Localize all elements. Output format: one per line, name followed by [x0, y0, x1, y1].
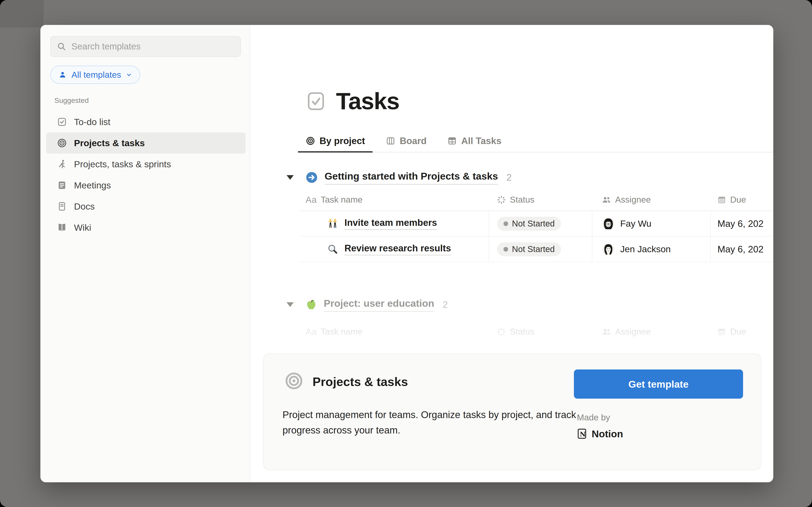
- maker-name: Notion: [592, 428, 623, 440]
- status-badge: Not Started: [497, 242, 561, 256]
- assignee-cell: Fay Wu: [592, 211, 710, 236]
- group-toggle-icon[interactable]: [287, 302, 294, 307]
- column-label: Task name: [320, 195, 362, 205]
- assignee-cell: Jen Jackson: [592, 237, 710, 262]
- status-spinner-icon: [497, 327, 506, 337]
- due-cell: May 6, 202: [710, 211, 773, 236]
- maker-row: N Notion: [576, 428, 623, 440]
- assignee-name: Fay Wu: [620, 218, 651, 229]
- column-header-task-name[interactable]: Aa Task name: [299, 189, 489, 211]
- page-header: Tasks: [306, 88, 399, 115]
- sidebar-item-label: Meetings: [74, 180, 111, 190]
- runner-icon: [57, 159, 67, 169]
- todo-checkbox-icon: [57, 117, 67, 127]
- tab-all-tasks[interactable]: All Tasks: [440, 129, 509, 153]
- column-label: Assignee: [615, 327, 651, 337]
- template-sidebar: All templates Suggested To-: [40, 25, 250, 482]
- column-label: Status: [510, 327, 535, 337]
- arrow-circle-icon: [305, 171, 318, 184]
- table-row: Review research results Not Started: [299, 237, 773, 262]
- status-dot: [504, 247, 508, 251]
- view-tabs: By project Board: [298, 129, 509, 153]
- column-header-due: Due: [710, 321, 773, 343]
- due-date: May 6, 202: [717, 218, 764, 229]
- tab-label: All Tasks: [461, 135, 501, 146]
- column-header-task-name: Aa Task name: [299, 321, 489, 343]
- status-badge: Not Started: [497, 217, 561, 231]
- people-icon: [602, 195, 611, 205]
- page-title: Tasks: [336, 88, 399, 115]
- tab-board[interactable]: Board: [378, 129, 434, 153]
- notion-logo-icon: N: [576, 428, 588, 440]
- table-icon: [447, 136, 457, 146]
- column-label: Due: [730, 327, 746, 337]
- group-title-link[interactable]: Project: user education: [324, 297, 434, 312]
- status-dot: [504, 221, 508, 226]
- board-icon: [386, 136, 395, 146]
- status-cell: Not Started: [489, 237, 592, 262]
- card-title: Projects & tasks: [312, 375, 408, 389]
- column-label: Task name: [320, 327, 362, 337]
- sidebar-item-wiki[interactable]: Wiki: [46, 217, 246, 238]
- target-icon: [285, 372, 303, 390]
- template-preview-pane: Tasks By project: [250, 25, 773, 482]
- column-label: Due: [730, 195, 746, 205]
- column-label: Status: [510, 195, 535, 205]
- tab-label: By project: [319, 135, 365, 146]
- page-checkbox-icon: [306, 91, 326, 112]
- target-icon: [57, 138, 67, 148]
- document-icon: [57, 201, 67, 212]
- dancers-emoji-icon: [327, 218, 339, 229]
- dimmed-background: All templates Suggested To-: [0, 0, 812, 507]
- column-header-assignee[interactable]: Assignee: [592, 189, 710, 211]
- tab-label: Board: [400, 135, 426, 146]
- chevron-down-icon: [126, 72, 132, 78]
- column-header-due[interactable]: Due: [710, 189, 773, 211]
- search-input[interactable]: [71, 41, 235, 52]
- meeting-note-icon: [57, 180, 67, 190]
- sidebar-item-label: Wiki: [74, 222, 91, 233]
- sidebar-item-label: Projects & tasks: [74, 138, 145, 148]
- sidebar-item-label: Docs: [74, 201, 95, 212]
- task-name-link[interactable]: Review research results: [345, 243, 451, 256]
- sidebar-item-todo-list[interactable]: To-do list: [46, 111, 246, 132]
- people-icon: [602, 327, 611, 337]
- due-cell: May 6, 202: [710, 237, 773, 262]
- table-row: Invite team members Not Started: [299, 211, 773, 237]
- template-promo-card: Projects & tasks Project management for …: [263, 353, 761, 470]
- group-count: 2: [443, 299, 448, 310]
- tab-by-project[interactable]: By project: [298, 129, 372, 153]
- column-header-status[interactable]: Status: [489, 189, 592, 211]
- search-box[interactable]: [50, 36, 241, 57]
- get-template-button[interactable]: Get template: [574, 370, 743, 399]
- template-gallery-modal: All templates Suggested To-: [40, 25, 773, 482]
- group-header-user-education: Project: user education 2: [287, 297, 448, 312]
- text-type-icon: Aa: [306, 195, 317, 205]
- calendar-icon: [717, 195, 726, 205]
- group-toggle-icon[interactable]: [287, 175, 294, 180]
- status-spinner-icon: [497, 195, 506, 205]
- sidebar-item-projects-tasks[interactable]: Projects & tasks: [46, 132, 246, 154]
- calendar-icon: [717, 327, 726, 337]
- sidebar-item-label: Projects, tasks & sprints: [74, 159, 171, 169]
- table-header-row-faded: Aa Task name Status: [299, 321, 773, 343]
- sidebar-item-projects-tasks-sprints[interactable]: Projects, tasks & sprints: [46, 154, 246, 175]
- all-templates-filter[interactable]: All templates: [50, 66, 140, 84]
- task-name-link[interactable]: Invite team members: [345, 217, 437, 230]
- made-by-label: Made by: [577, 412, 610, 422]
- target-icon: [306, 136, 315, 146]
- status-label: Not Started: [512, 219, 555, 228]
- book-icon: [57, 222, 67, 233]
- status-label: Not Started: [512, 244, 555, 254]
- tasks-table: Aa Task name Status: [299, 189, 773, 262]
- magnifier-emoji-icon: [327, 243, 339, 255]
- table-header-row: Aa Task name Status: [299, 189, 773, 211]
- svg-text:N: N: [580, 431, 586, 438]
- sidebar-list: To-do list Projects & tasks: [46, 111, 246, 238]
- text-type-icon: Aa: [306, 327, 317, 337]
- avatar: [602, 243, 615, 256]
- sidebar-item-meetings[interactable]: Meetings: [46, 175, 246, 196]
- suggested-section-label: Suggested: [54, 96, 89, 105]
- sidebar-item-docs[interactable]: Docs: [46, 196, 246, 217]
- group-title-link[interactable]: Getting started with Projects & tasks: [324, 170, 498, 185]
